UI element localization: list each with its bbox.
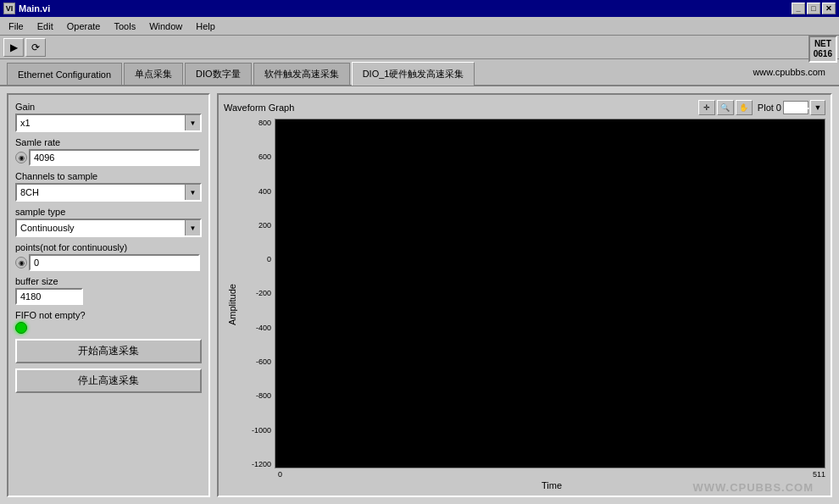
tab-website: www.cpubbs.com [746, 64, 832, 80]
graph-tool-pan[interactable]: ✋ [736, 100, 753, 115]
graph-header: Waveform Graph ✛ 🔍 ✋ Plot 0 ▼ [224, 100, 825, 115]
channels-group: Channels to sample 8CH ▼ [15, 171, 202, 202]
fifo-label: FIFO not empty? [15, 310, 202, 320]
y-axis: 800 600 400 200 0 -200 -400 -600 -800 -1… [241, 119, 275, 468]
window-title: Main.vi [19, 3, 50, 14]
plot-color-box [783, 101, 808, 114]
menu-window[interactable]: Window [142, 19, 189, 33]
buffer-size-group: buffer size [15, 276, 202, 305]
menu-help[interactable]: Help [189, 19, 222, 33]
tab-hardware-trigger[interactable]: DIO_1硬件触发高速采集 [352, 62, 475, 86]
gain-label: Gain [15, 102, 202, 112]
graph-with-axes: 800 600 400 200 0 -200 -400 -600 -800 -1… [241, 119, 825, 490]
sample-rate-label: Samle rate [15, 137, 202, 147]
main-content: Gain x1 ▼ Samle rate ◉ Channels to sampl… [0, 86, 839, 504]
sample-rate-input-container: ◉ [15, 149, 202, 166]
channels-dropdown[interactable]: 8CH ▼ [15, 183, 202, 202]
menu-operate[interactable]: Operate [60, 19, 108, 33]
menu-bar: File Edit Operate Tools Window Help [0, 17, 839, 36]
tab-ethernet-config[interactable]: Ethernet Configuration [7, 63, 122, 85]
sample-rate-icon: ◉ [15, 152, 27, 163]
tab-software-trigger[interactable]: 软件触发高速采集 [253, 63, 350, 85]
gain-group: Gain x1 ▼ [15, 102, 202, 132]
sample-rate-group: Samle rate ◉ [15, 137, 202, 166]
gain-value: x1 [17, 116, 185, 130]
buffer-size-input [15, 288, 83, 305]
plot-canvas[interactable] [275, 119, 825, 468]
channels-label: Channels to sample [15, 171, 202, 181]
points-input-container: ◉ [15, 254, 202, 271]
close-button[interactable]: ✕ [822, 3, 836, 14]
graph-plot-area: 800 600 400 200 0 -200 -400 -600 -800 -1… [241, 119, 825, 468]
graph-area: Amplitude 800 600 400 200 0 -200 -400 -6… [224, 119, 825, 490]
sample-type-dropdown[interactable]: Continuously ▼ [15, 219, 202, 237]
buffer-size-label: buffer size [15, 276, 202, 286]
title-bar: VI Main.vi _ □ ✕ [0, 0, 839, 17]
sample-rate-input[interactable] [29, 149, 200, 166]
sample-type-group: sample type Continuously ▼ [15, 207, 202, 237]
points-label: points(not for continuously) [15, 242, 202, 252]
sample-type-dropdown-arrow[interactable]: ▼ [185, 220, 200, 235]
y-axis-label: Amplitude [224, 119, 241, 490]
start-button[interactable]: 开始高速采集 [15, 339, 202, 363]
toolbar: ▶ ⟳ [0, 36, 839, 59]
graph-tool-crosshair[interactable]: ✛ [698, 100, 715, 115]
restore-button[interactable]: □ [807, 3, 820, 14]
graph-tool-zoom[interactable]: 🔍 [717, 100, 734, 115]
channels-dropdown-arrow[interactable]: ▼ [185, 185, 200, 200]
title-bar-buttons: _ □ ✕ [792, 3, 836, 14]
minimize-button[interactable]: _ [792, 3, 805, 14]
graph-title: Waveform Graph [224, 102, 294, 113]
tab-bar: Ethernet Configuration 单点采集 DIO数字量 软件触发高… [0, 59, 839, 86]
gain-dropdown-arrow[interactable]: ▼ [185, 115, 200, 130]
run-continuous-button[interactable]: ⟳ [25, 38, 46, 57]
fifo-group: FIFO not empty? [15, 310, 202, 334]
gain-dropdown[interactable]: x1 ▼ [15, 114, 202, 132]
menu-tools[interactable]: Tools [107, 19, 142, 33]
points-icon: ◉ [15, 257, 27, 269]
graph-toolbar: ✛ 🔍 ✋ Plot 0 ▼ [698, 100, 825, 115]
window-icon-text: VI [6, 4, 14, 13]
plot-label: Plot 0 [758, 102, 781, 113]
x-axis: 0 511 [278, 470, 825, 479]
menu-edit[interactable]: Edit [31, 19, 60, 33]
tab-dio-digital[interactable]: DIO数字量 [185, 63, 252, 85]
points-input[interactable] [29, 254, 200, 271]
run-button[interactable]: ▶ [3, 38, 24, 57]
window-icon: VI [3, 3, 15, 14]
right-panel: Waveform Graph ✛ 🔍 ✋ Plot 0 ▼ Amplitude … [217, 93, 832, 497]
left-panel: Gain x1 ▼ Samle rate ◉ Channels to sampl… [7, 93, 210, 497]
channels-value: 8CH [17, 186, 185, 199]
points-group: points(not for continuously) ◉ [15, 242, 202, 271]
tab-single-sample[interactable]: 单点采集 [124, 63, 183, 85]
sample-type-label: sample type [15, 207, 202, 217]
graph-tool-settings[interactable]: ▼ [810, 100, 825, 115]
menu-file[interactable]: File [2, 19, 31, 33]
watermark: WWW.CPUBBS.COM [692, 481, 814, 494]
net-badge: NET 0616 [808, 36, 837, 63]
stop-button[interactable]: 停止高速采集 [15, 368, 202, 393]
net-badge-line1: NET [814, 39, 832, 49]
net-badge-line2: 0616 [814, 49, 832, 59]
fifo-led [15, 322, 27, 334]
sample-type-value: Continuously [17, 221, 185, 235]
